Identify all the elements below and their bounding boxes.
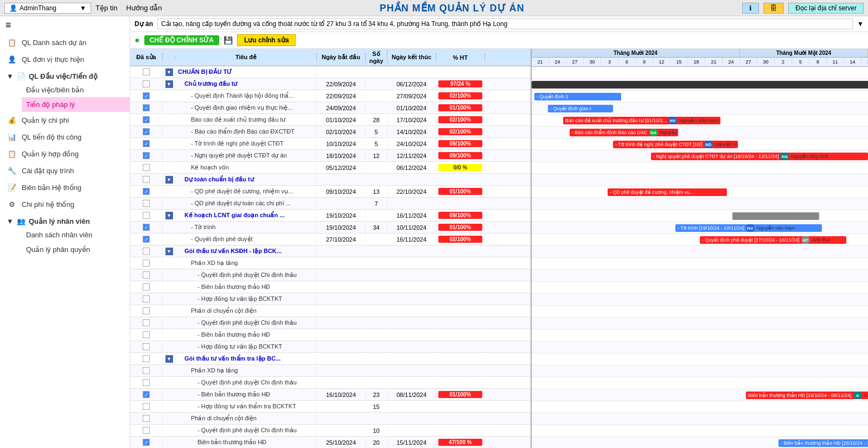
gantt-bar[interactable]: Báo cáo đề xuất chủ trương đầu tư [01/10… — [563, 117, 720, 124]
row-checkbox[interactable] — [143, 343, 150, 350]
expand-button[interactable]: ▼ — [165, 212, 173, 219]
expand-button[interactable]: ▼ — [165, 68, 173, 76]
dropdown-icon[interactable]: ▼ — [857, 20, 864, 28]
row-checkbox[interactable] — [143, 152, 150, 159]
row-checkbox[interactable] — [143, 331, 150, 338]
info-button[interactable]: ℹ — [742, 3, 759, 14]
sidebar-item-chi-phi-he-thong[interactable]: ⚙ Chi phí hệ thống — [0, 196, 130, 213]
row-checkbox[interactable] — [143, 427, 150, 434]
gantt-bar[interactable]: - Tờ trình [19/10/24 - 10/11/24]NVNguyễn… — [675, 224, 822, 232]
row-checkbox[interactable] — [143, 200, 150, 207]
gantt-scroll-area[interactable]: Đã sửa Tiêu đề Ngày bắt đầu Số ngày Ngày… — [130, 49, 868, 448]
row-checkbox[interactable] — [143, 116, 150, 123]
row-checkbox[interactable] — [143, 295, 150, 302]
row-checkbox[interactable] — [143, 283, 150, 291]
save-button[interactable]: Lưu chỉnh sửa — [237, 34, 296, 46]
sidebar-item-cai-dat-quy-trinh[interactable]: 🔧 Cài đặt quy trình — [0, 162, 130, 179]
sidebar-item-tien-do-phap-ly[interactable]: Tiến độ pháp lý — [22, 97, 130, 112]
user-selector[interactable]: 👤 AdminThang ▼ — [4, 3, 91, 14]
sidebar-item-hop-dong[interactable]: 📋 Quản lý hợp đồng — [0, 146, 130, 162]
expand-button[interactable]: ▼ — [165, 248, 173, 255]
row-pct: 02/100% — [436, 116, 485, 124]
table-row: - Tờ trình đề nghị phê duyệt CTĐT10/10/2… — [130, 138, 531, 150]
row-checkbox[interactable] — [143, 164, 150, 171]
gantt-bar[interactable]: - Quyết định phê duyệt [27/10/24 - 16/11… — [700, 236, 846, 244]
avatar: NV — [668, 117, 677, 124]
row-checkbox[interactable] — [143, 248, 150, 255]
row-title: Dự toán chuẩn bị đầu tư — [176, 175, 317, 184]
row-title: Phần di chuyển cột điện — [176, 307, 317, 315]
gantt-bar[interactable]: - Nghị quyết phê duyệt CTĐT dự án [18/10… — [651, 153, 868, 160]
row-checkbox[interactable] — [143, 403, 150, 410]
gantt-chart-row — [532, 401, 868, 413]
row-checkbox[interactable] — [143, 355, 150, 362]
gantt-chart-row: - QD phê duyệt đề cương, nhiệm vụ... — [532, 186, 868, 198]
gantt-bar[interactable]: - Tờ trình đề nghị phê duyệt CTĐT [10/]N… — [613, 141, 738, 148]
row-days — [366, 96, 387, 97]
row-checkbox[interactable] — [143, 379, 150, 386]
sidebar-item-ql-chi-phi[interactable]: 💰 Quản lý chi phí — [0, 112, 130, 129]
gantt-bar[interactable]: - Báo cáo thẩm định Báo cáo DXCNANguyễn … — [570, 129, 678, 136]
row-start-date: 19/10/2024 — [317, 224, 366, 231]
row-checkbox[interactable] — [143, 319, 150, 326]
sidebar-item-ql-ds-du-an[interactable]: 📋 QL Danh sách dự án — [0, 34, 130, 51]
expand-button[interactable]: ▼ — [165, 355, 173, 363]
row-title: - Hợp đồng tư vấn lập BCKTKT — [176, 343, 317, 351]
row-checkbox[interactable] — [143, 391, 150, 398]
table-row: ▼CHUẨN BỊ ĐẦU TƯ — [130, 66, 531, 78]
gantt-bar[interactable] — [532, 81, 868, 89]
row-checkbox[interactable] — [143, 68, 150, 75]
row-checkbox[interactable] — [143, 104, 150, 111]
day-header-cell: 3 — [601, 58, 618, 66]
row-checkbox[interactable] — [143, 212, 150, 219]
row-checkbox[interactable] — [143, 439, 150, 446]
sidebar-section-dau-viec[interactable]: ▼ 📄 QL Đầu việc/Tiến độ — [0, 68, 130, 83]
sidebar-section-nhan-vien[interactable]: ▼ 👥 Quản lý nhân viên — [0, 213, 130, 228]
row-days: 7 — [366, 200, 387, 207]
row-pct: 09/100% — [436, 211, 485, 219]
gantt-bar[interactable]: - Biên bản thương thảo HĐ [25/10/24 - 15… — [778, 439, 868, 447]
row-end-date: 15/11/2024 — [387, 439, 436, 446]
row-pct — [436, 275, 485, 276]
project-name-input[interactable] — [157, 18, 853, 29]
gantt-bar[interactable]: - QD phê duyệt đề cương, nhiệm vụ... — [608, 188, 727, 196]
row-checkbox[interactable] — [143, 224, 150, 231]
row-checkbox[interactable] — [143, 188, 150, 195]
sidebar-label-dv-bien-ban: Đầu việc/biên bản — [26, 86, 84, 94]
row-checkbox[interactable] — [143, 260, 150, 267]
row-checkbox[interactable] — [143, 415, 150, 422]
sidebar-item-dau-viec-bien-ban[interactable]: Đầu việc/biên bản — [22, 83, 130, 97]
menu-teptin[interactable]: Tệp tin — [95, 4, 118, 12]
row-checkbox[interactable] — [143, 80, 150, 87]
gantt-chart-row: Biên bản thương thảo HĐ [16/10/24 - 08/1… — [532, 389, 868, 401]
gantt-bar[interactable]: - Quyết định giao r — [548, 105, 613, 112]
db-icon-button[interactable]: 🗄 — [763, 3, 784, 14]
sidebar-item-ds-nhan-vien[interactable]: Danh sách nhân viên — [22, 228, 130, 242]
expand-button[interactable]: ▼ — [165, 80, 173, 88]
doc-lai-server-button[interactable]: Đọc lại địa chỉ server — [788, 3, 864, 14]
table-row: Phần di chuyển cột điện — [130, 305, 531, 317]
row-checkbox[interactable] — [143, 272, 150, 279]
row-checkbox[interactable] — [143, 92, 150, 99]
row-checkbox[interactable] — [143, 236, 150, 243]
row-checkbox[interactable] — [143, 140, 150, 147]
row-checkbox[interactable] — [143, 367, 150, 374]
sidebar-item-tien-do-thi-cong[interactable]: 📊 QL tiến độ thi công — [0, 129, 130, 146]
row-checkbox[interactable] — [143, 307, 150, 314]
gantt-bar[interactable] — [732, 212, 819, 220]
sidebar-item-bien-ban-he-thong[interactable]: 📝 Biên bản Hệ thống — [0, 179, 130, 196]
row-pct: 02/100% — [436, 128, 485, 136]
gantt-bar[interactable]: - Quyết định 1 — [534, 93, 621, 100]
expand-button[interactable]: ▼ — [165, 176, 173, 184]
row-title: - Biên bản thương thảo HĐ — [176, 331, 317, 339]
col-tieu-de: Tiêu đề — [176, 53, 317, 62]
hamburger-menu[interactable]: ≡ — [0, 16, 130, 34]
row-end-date: 10/11/2024 — [387, 224, 436, 231]
row-checkbox[interactable] — [143, 176, 150, 183]
row-checkbox[interactable] — [143, 128, 150, 135]
menu-huongdan[interactable]: Hướng dẫn — [126, 4, 162, 12]
sidebar-item-ql-don-vi[interactable]: 👤 QL đơn vị thực hiện — [0, 51, 130, 68]
col-so-ngay: Số ngày — [366, 49, 387, 65]
sidebar-item-phan-quyen[interactable]: Quản lý phân quyền — [22, 242, 130, 257]
gantt-bar[interactable]: Biên bản thương thảo HĐ [16/10/24 - 08/1… — [746, 392, 868, 399]
